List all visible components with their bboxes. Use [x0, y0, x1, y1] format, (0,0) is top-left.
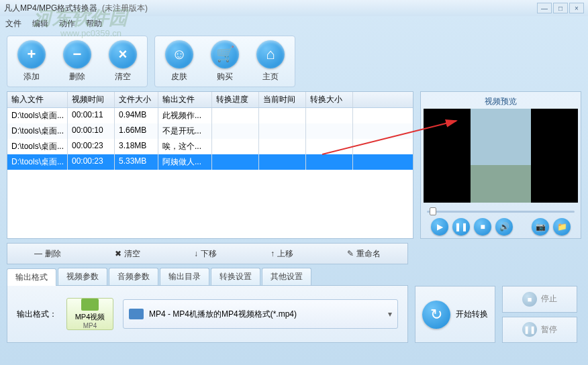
tab-0[interactable]: 输出格式 — [7, 268, 56, 286]
preview-frame — [471, 109, 531, 203]
add-button[interactable]: +添加 — [11, 40, 52, 83]
pause-convert-button[interactable]: ❚❚暂停 — [502, 317, 577, 344]
output-panel: 输出格式： MP4视频 MP4 MP4 - MP4机播放的MP4视频格式(*.m… — [7, 286, 408, 343]
open-button[interactable]: 📁 — [553, 218, 571, 236]
col-header[interactable]: 转换进度 — [212, 92, 259, 107]
smile-icon: ☺ — [165, 40, 193, 68]
volume-button[interactable]: 🔊 — [495, 218, 513, 236]
list-operations: —删除 ✖清空 ↓下移 ↑上移 ✎重命名 — [7, 243, 408, 264]
table-row[interactable]: D:\tools\桌面...00:00:233.18MB唉，这个... — [7, 139, 413, 154]
col-header[interactable]: 输入文件 — [7, 92, 68, 107]
tab-3[interactable]: 输出目录 — [160, 268, 209, 285]
x-icon: × — [109, 40, 137, 68]
chevron-down-icon: ▾ — [388, 309, 392, 319]
plus-icon: + — [17, 40, 46, 68]
tab-5[interactable]: 其他设置 — [262, 268, 311, 285]
x-icon: ✖ — [115, 249, 121, 258]
menu-help[interactable]: 帮助 — [86, 18, 102, 30]
minus-icon: — — [34, 249, 42, 258]
format-dropdown[interactable]: MP4 - MP4机播放的MP4视频格式(*.mp4) ▾ — [123, 299, 398, 329]
app-title: 凡人MP4/MPG格式转换器 — [4, 3, 97, 13]
preview-panel: 视频预览 ▶ ❚❚ ■ 🔊 📷 📁 — [420, 91, 581, 239]
seek-slider[interactable] — [427, 207, 575, 214]
tab-1[interactable]: 视频参数 — [58, 268, 107, 285]
buy-button[interactable]: 🛒购买 — [205, 40, 245, 83]
tab-2[interactable]: 音频参数 — [109, 268, 158, 285]
video-preview[interactable] — [424, 109, 578, 203]
list-clear[interactable]: ✖清空 — [115, 248, 140, 260]
menu-action[interactable]: 动作 — [59, 18, 75, 30]
delete-button[interactable]: −删除 — [57, 40, 97, 83]
minus-icon: − — [63, 40, 91, 68]
col-header[interactable]: 输出文件 — [158, 92, 212, 107]
play-button[interactable]: ▶ — [431, 218, 448, 236]
col-header[interactable]: 文件大小 — [115, 92, 158, 107]
settings-tabs: 输出格式视频参数音频参数输出目录转换设置其他设置 — [7, 268, 408, 286]
home-icon: ⌂ — [256, 40, 285, 68]
format-icon-button[interactable]: MP4视频 MP4 — [66, 298, 113, 330]
convert-icon: ↻ — [422, 301, 450, 329]
list-delete[interactable]: —删除 — [34, 248, 61, 260]
table-body[interactable]: D:\tools\桌面...00:00:110.94MB此视频作...D:\to… — [7, 108, 413, 238]
pause-button[interactable]: ❚❚ — [452, 218, 470, 236]
mp4-icon — [81, 299, 99, 311]
menu-file[interactable]: 文件 — [5, 18, 21, 30]
close-button[interactable]: × — [569, 3, 584, 13]
clear-button[interactable]: ×清空 — [103, 40, 143, 83]
stop-convert-button[interactable]: ■停止 — [502, 286, 577, 313]
col-header[interactable]: 当前时间 — [259, 92, 306, 107]
table-row[interactable]: D:\tools\桌面...00:00:110.94MB此视频作... — [7, 108, 413, 123]
stop-button[interactable]: ■ — [474, 218, 491, 236]
pause-icon: ❚❚ — [522, 322, 537, 337]
stop-icon: ■ — [522, 292, 537, 307]
home-button[interactable]: ⌂主页 — [250, 40, 291, 83]
arrow-down-icon: ↓ — [194, 249, 198, 258]
maximize-button[interactable]: □ — [553, 3, 568, 13]
unregistered-label: (未注册版本) — [102, 3, 148, 13]
rename-icon: ✎ — [347, 249, 354, 258]
start-convert-button[interactable]: ↻ 开始转换 — [415, 286, 495, 343]
snapshot-button[interactable]: 📷 — [532, 218, 549, 236]
table-header: 输入文件视频时间文件大小输出文件转换进度当前时间转换大小 — [7, 92, 413, 108]
file-table: 输入文件视频时间文件大小输出文件转换进度当前时间转换大小 D:\tools\桌面… — [7, 91, 413, 239]
skin-button[interactable]: ☺皮肤 — [159, 40, 199, 83]
cart-icon: 🛒 — [211, 40, 239, 68]
preview-title: 视频预览 — [483, 95, 518, 109]
tab-4[interactable]: 转换设置 — [211, 268, 260, 285]
output-format-label: 输出格式： — [17, 309, 57, 320]
format-small-icon — [129, 309, 144, 319]
arrow-up-icon: ↑ — [271, 249, 275, 258]
table-row[interactable]: D:\tools\桌面...00:00:235.33MB阿姨做人... — [7, 154, 413, 170]
menu-edit[interactable]: 编辑 — [32, 18, 48, 30]
col-header[interactable]: 转换大小 — [306, 92, 353, 107]
table-row[interactable]: D:\tools\桌面...00:00:101.66MB不是开玩... — [7, 123, 413, 139]
minimize-button[interactable]: — — [537, 3, 552, 13]
list-moveup[interactable]: ↑上移 — [271, 248, 293, 260]
list-movedown[interactable]: ↓下移 — [194, 248, 217, 260]
list-rename[interactable]: ✎重命名 — [347, 248, 381, 260]
col-header[interactable]: 视频时间 — [68, 92, 115, 107]
